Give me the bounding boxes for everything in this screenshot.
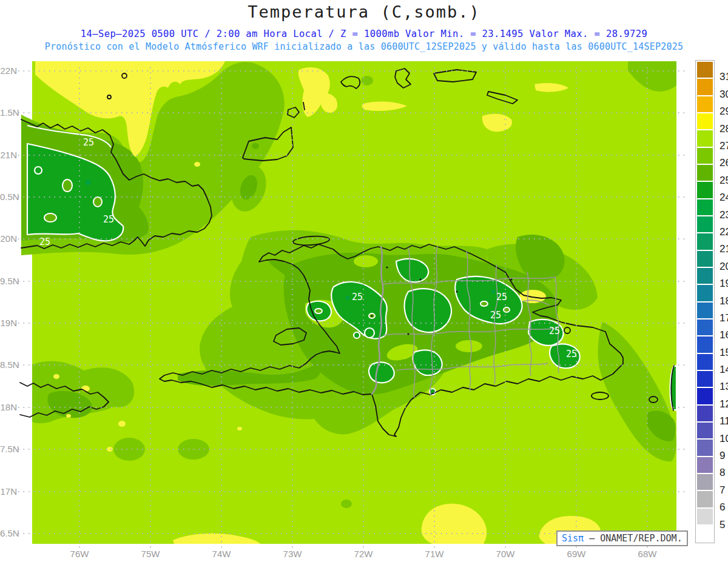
colorbar-cell — [697, 233, 713, 249]
page-title: Temperatura (C,somb.) — [0, 2, 728, 21]
colorbar-cell — [697, 182, 713, 198]
lat-tick-label: 21N — [0, 150, 17, 160]
colorbar-cell — [697, 423, 713, 438]
contour-value-label: 25 — [83, 137, 94, 148]
contour-value-label: 25 — [549, 326, 560, 336]
lat-tick-label: 8.5N — [0, 360, 17, 370]
colorbar-cell — [697, 251, 713, 267]
colorbar-cell — [697, 113, 713, 129]
lat-tick-label: 17N — [0, 486, 17, 497]
colorbar-cell — [697, 216, 713, 232]
colorbar-tick-label: 30 — [720, 89, 728, 101]
lat-tick-label: 19N — [0, 318, 17, 328]
contour-value-label: 25 — [39, 236, 50, 247]
colorbar-tick-label: 10 — [720, 433, 728, 445]
colorbar-cell — [697, 491, 713, 507]
colorbar-tick-label: 25 — [720, 175, 728, 187]
colorbar-cell — [697, 526, 713, 541]
colorbar-tick-label: 24 — [720, 192, 728, 204]
colorbar-cell — [697, 285, 713, 301]
colorbar-cell — [697, 96, 713, 112]
valid-time-line: 14–Sep–2025 0500 UTC / 2:00 am Hora Loca… — [0, 28, 728, 39]
contour-value-label: 25 — [566, 349, 577, 360]
lat-tick-label: 0.5N — [0, 192, 17, 202]
map-svg: 2525252525252525 — [32, 61, 676, 544]
lat-tick-label: 1.5N — [0, 107, 17, 118]
colorbar-cell — [697, 388, 713, 404]
colorbar-tick-label: 21 — [720, 244, 728, 256]
colorbar-cell — [697, 371, 713, 387]
colorbar-tick-label: 28 — [720, 123, 728, 135]
colorbar-cell — [697, 509, 713, 524]
watermark-brand: Sisπ — [562, 533, 584, 544]
lat-tick-label: 6.5N — [0, 528, 17, 538]
colorbar-cell — [697, 474, 713, 490]
watermark-text — [584, 533, 589, 544]
colorbar-cell — [697, 406, 713, 421]
colorbar-cell — [697, 354, 713, 370]
lat-tick-label: 9.5N — [0, 276, 17, 286]
lon-tick-label: 70W — [492, 549, 519, 559]
colorbar-tick-label: 12 — [720, 398, 728, 410]
colorbar-tick-label: 16 — [720, 329, 728, 341]
colorbar — [695, 60, 715, 543]
colorbar-tick-label: 31 — [720, 72, 728, 84]
colorbar-tick-label: 9 — [720, 450, 725, 462]
colorbar-tick-label: 23 — [720, 209, 728, 221]
colorbar-cell — [697, 457, 713, 473]
colorbar-tick-label: 18 — [720, 295, 728, 307]
colorbar-tick-label: 8 — [720, 467, 725, 480]
colorbar-tick-label: 22 — [720, 226, 728, 238]
colorbar-cell — [697, 440, 713, 455]
lon-tick-label: 75W — [137, 549, 164, 559]
colorbar-cell — [697, 336, 713, 352]
colorbar-cell — [697, 303, 713, 318]
weather-map-page: Temperatura (C,somb.) 14–Sep–2025 0500 U… — [0, 0, 728, 562]
lat-tick-label: 22N — [0, 65, 17, 76]
colorbar-cell — [697, 79, 713, 95]
colorbar-tick-label: 7 — [720, 484, 725, 497]
colorbar-cell — [697, 165, 713, 181]
contour-value-label: 25 — [490, 310, 501, 321]
colorbar-tick-label: 15 — [720, 347, 728, 359]
lat-tick-label: 20N — [0, 233, 17, 244]
colorbar-tick-label: 26 — [720, 158, 728, 170]
model-info-line: Pronóstico con el Modelo Atmósferico WRF… — [0, 41, 728, 52]
colorbar-cell — [697, 148, 713, 164]
lon-tick-label: 72W — [350, 549, 377, 559]
lon-tick-label: 71W — [421, 549, 448, 559]
colorbar-tick-label: 27 — [720, 140, 728, 152]
colorbar-tick-label: 14 — [720, 364, 728, 376]
colorbar-tick-label: 20 — [720, 261, 728, 273]
watermark-org: – ONAMET/REP.DOM. — [589, 533, 682, 544]
map-area: 2525252525252525 — [32, 61, 676, 544]
contour-value-label: 25 — [352, 292, 363, 303]
lon-tick-label: 73W — [279, 549, 306, 559]
colorbar-tick-label: 5 — [720, 519, 725, 531]
colorbar-tick-label: 17 — [720, 312, 728, 324]
lat-tick-label: 18N — [0, 402, 17, 412]
colorbar-tick-label: 13 — [720, 381, 728, 393]
colorbar-tick-label: 11 — [720, 415, 728, 427]
colorbar-cell — [697, 62, 713, 78]
lon-tick-label: 74W — [208, 549, 235, 559]
lat-tick-label: 7.5N — [0, 444, 17, 454]
colorbar-tick-label: 6 — [720, 501, 725, 513]
colorbar-cell — [697, 199, 713, 215]
colorbar-cell — [697, 268, 713, 284]
colorbar-cell — [697, 130, 713, 146]
lon-tick-label: 76W — [66, 549, 93, 559]
lon-tick-label: 69W — [563, 549, 590, 559]
colorbar-tick-label: 29 — [720, 105, 728, 118]
colorbar-cell — [697, 319, 713, 335]
contour-value-label: 25 — [103, 214, 114, 225]
lon-tick-label: 68W — [634, 549, 661, 559]
contour-value-label: 25 — [496, 292, 507, 303]
colorbar-tick-label: 19 — [720, 278, 728, 290]
watermark-box: Sisπ – ONAMET/REP.DOM. — [556, 530, 688, 546]
